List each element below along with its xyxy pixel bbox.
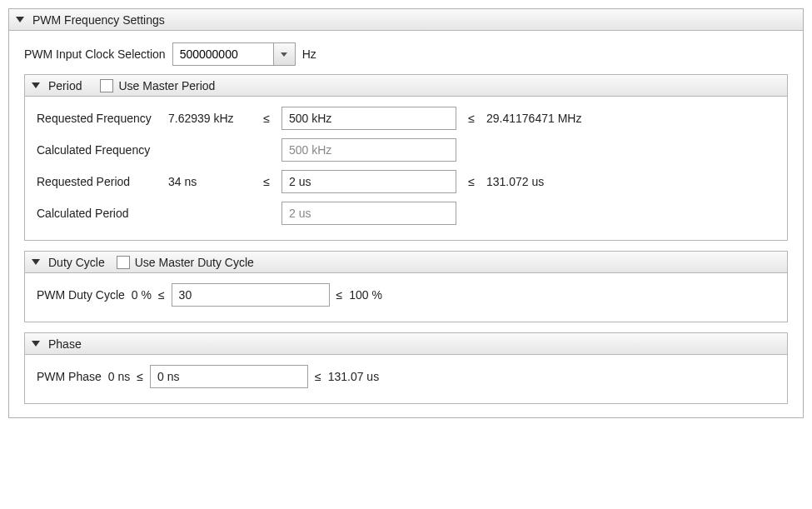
input-clock-combo[interactable] (172, 42, 296, 66)
input-clock-label: PWM Input Clock Selection (24, 47, 166, 61)
chevron-down-icon (32, 341, 40, 347)
requested-period-input[interactable] (281, 170, 456, 193)
duty-cycle-header[interactable]: Duty Cycle Use Master Duty Cycle (25, 252, 787, 273)
pwm-frequency-settings-header[interactable]: PWM Frequency Settings (9, 9, 803, 31)
use-master-duty-label: Use Master Duty Cycle (135, 256, 254, 269)
lte-icon: ≤ (336, 288, 343, 302)
calculated-frequency-label: Calculated Frequency (37, 143, 162, 157)
phase-body: PWM Phase 0 ns ≤ ≤ 131.07 us (25, 355, 787, 403)
phase-input[interactable] (150, 365, 308, 388)
requested-frequency-input[interactable] (281, 107, 456, 130)
period-body: Requested Frequency 7.62939 kHz ≤ ≤ 29.4… (25, 97, 787, 240)
phase-min: 0 ns (108, 370, 130, 383)
lte-icon: ≤ (315, 370, 321, 383)
requested-period-label: Requested Period (37, 175, 162, 188)
panel-body: PWM Input Clock Selection Hz Period Use … (9, 31, 803, 417)
chevron-down-icon (32, 259, 40, 265)
use-master-duty-checkbox[interactable] (117, 256, 130, 269)
lte-icon: ≤ (258, 112, 275, 125)
requested-period-max: 131.072 us (486, 175, 544, 188)
use-master-period-label: Use Master Period (118, 79, 215, 92)
requested-frequency-min: 7.62939 kHz (168, 112, 252, 125)
duty-cycle-title: Duty Cycle (48, 256, 105, 269)
input-clock-unit: Hz (302, 47, 316, 61)
calculated-frequency-output (281, 138, 456, 162)
period-title: Period (48, 79, 82, 92)
duty-cycle-label: PWM Duty Cycle (37, 288, 125, 302)
phase-header[interactable]: Phase (25, 333, 787, 355)
input-clock-value[interactable] (173, 43, 273, 65)
chevron-down-icon (281, 52, 287, 57)
period-panel: Period Use Master Period Requested Frequ… (24, 74, 788, 241)
phase-max: 131.07 us (328, 370, 380, 383)
phase-label: PWM Phase (37, 370, 102, 383)
duty-cycle-body: PWM Duty Cycle 0 % ≤ ≤100 % (25, 273, 787, 322)
requested-frequency-label: Requested Frequency (37, 112, 162, 125)
pwm-frequency-settings-panel: PWM Frequency Settings PWM Input Clock S… (8, 8, 804, 418)
lte-icon: ≤ (158, 288, 165, 302)
input-clock-row: PWM Input Clock Selection Hz (24, 42, 788, 66)
duty-cycle-min: 0 % (132, 288, 152, 302)
duty-cycle-panel: Duty Cycle Use Master Duty Cycle PWM Dut… (24, 251, 788, 322)
input-clock-dropdown-button[interactable] (273, 43, 295, 65)
lte-icon: ≤ (137, 370, 143, 383)
chevron-down-icon (16, 17, 24, 22)
duty-cycle-input[interactable] (172, 283, 330, 307)
lte-icon: ≤ (463, 175, 480, 188)
duty-cycle-max: 100 % (349, 288, 382, 302)
calculated-period-label: Calculated Period (37, 207, 162, 220)
period-header[interactable]: Period Use Master Period (25, 75, 787, 97)
chevron-down-icon (32, 82, 40, 88)
panel-title: PWM Frequency Settings (32, 13, 165, 27)
lte-icon: ≤ (258, 175, 275, 188)
calculated-period-output (281, 202, 456, 225)
phase-panel: Phase PWM Phase 0 ns ≤ ≤ 131.07 us (24, 332, 788, 404)
requested-period-min: 34 ns (168, 175, 252, 188)
phase-title: Phase (48, 337, 82, 351)
lte-icon: ≤ (463, 112, 480, 125)
requested-frequency-max: 29.41176471 MHz (486, 112, 581, 125)
use-master-period-checkbox[interactable] (100, 79, 113, 92)
